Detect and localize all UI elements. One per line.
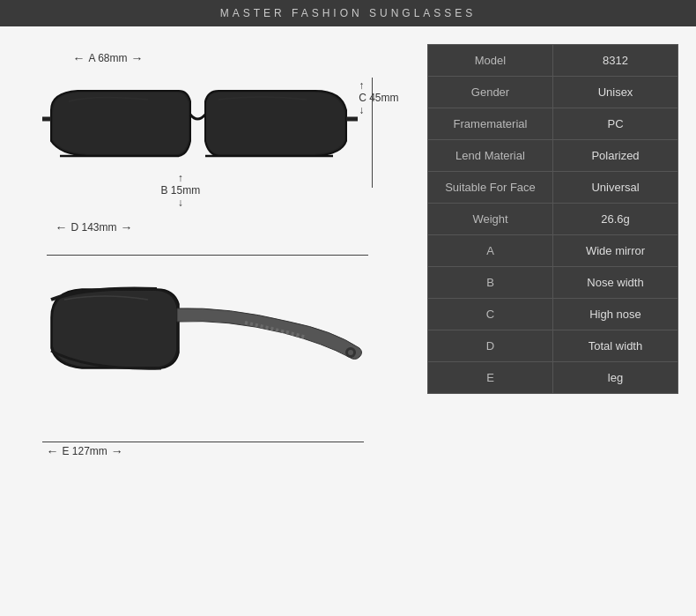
glasses-front-svg <box>42 75 359 216</box>
header-bar: MASTER FASHION SUNGLASSES <box>0 0 696 26</box>
spec-value: Total width <box>553 330 677 361</box>
spec-value: High nose <box>553 299 677 330</box>
spec-key: Model <box>428 45 553 76</box>
spec-row: Suitable For FaceUniversal <box>428 172 677 204</box>
dimension-b-label: ↑ B 15mm ↓ <box>161 172 201 209</box>
spec-row: Weight26.6g <box>428 204 677 235</box>
spec-row: Model8312 <box>428 45 677 77</box>
dimension-e-label: ← E 127mm → <box>47 444 123 458</box>
spec-value: Universal <box>553 172 677 203</box>
left-panel: ← A 68mm → <box>18 35 410 602</box>
spec-value: Polarized <box>553 140 677 171</box>
spec-value: 8312 <box>553 45 677 76</box>
spec-row: CHigh nose <box>428 299 677 330</box>
svg-point-1 <box>348 350 353 355</box>
spec-value: leg <box>553 362 677 393</box>
spec-key: B <box>428 267 553 298</box>
glasses-side-svg <box>33 273 377 423</box>
side-view-container: ← E 127mm → <box>29 264 399 458</box>
spec-row: Lend MaterialPolarized <box>428 140 677 172</box>
header-title: MASTER FASHION SUNGLASSES <box>220 7 477 19</box>
spec-value: Wide mirror <box>553 235 677 266</box>
e-line <box>42 442 364 442</box>
spec-row: BNose width <box>428 267 677 299</box>
spec-key: Lend Material <box>428 140 553 171</box>
spec-key: Weight <box>428 204 553 234</box>
spec-key: Suitable For Face <box>428 172 553 203</box>
spec-key: Gender <box>428 77 553 108</box>
specs-table: Model8312GenderUnisexFramematerialPCLend… <box>427 44 678 394</box>
dimension-d-label: ← D 143mm → <box>56 220 133 234</box>
spec-key: D <box>428 330 553 361</box>
spec-row: Eleg <box>428 362 677 393</box>
spec-row: FramematerialPC <box>428 108 677 140</box>
spec-value: PC <box>553 108 677 139</box>
spec-value: 26.6g <box>553 204 677 234</box>
spec-row: AWide mirror <box>428 235 677 267</box>
spec-key: Framematerial <box>428 108 553 139</box>
spec-row: DTotal width <box>428 330 677 362</box>
front-view-container: ← A 68mm → <box>29 44 399 256</box>
spec-row: GenderUnisex <box>428 77 677 108</box>
spec-key: C <box>428 299 553 330</box>
spec-value: Nose width <box>553 267 677 298</box>
spec-key: E <box>428 362 553 393</box>
d-line <box>47 255 368 256</box>
spec-value: Unisex <box>553 77 677 108</box>
spec-key: A <box>428 235 553 266</box>
dimension-c-label: ↑ C 45mm ↓ <box>359 79 398 116</box>
c-line <box>372 78 373 188</box>
dimension-a-label: ← A 68mm → <box>73 51 144 65</box>
